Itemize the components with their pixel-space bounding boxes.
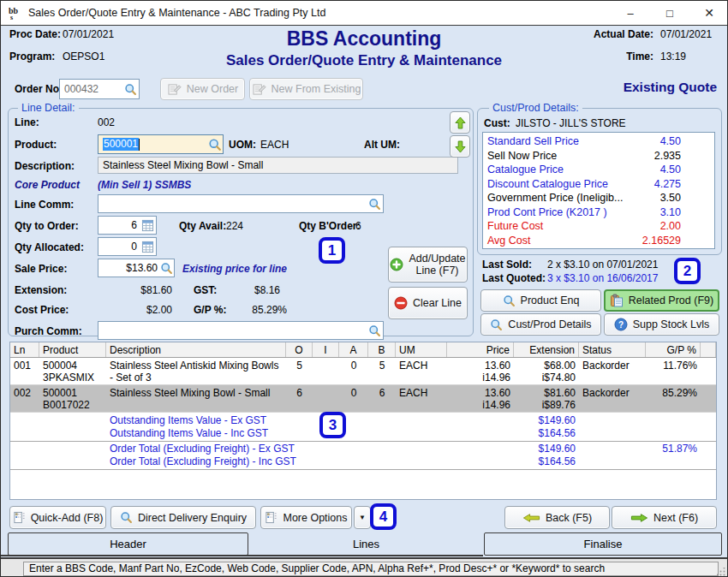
- summary-row: Order Total (Excluding Freight) - Ex GST…: [10, 443, 716, 455]
- qty-allocated-label: Qty Allocated:: [15, 241, 84, 253]
- back-arrow-icon: [522, 513, 540, 523]
- supp-stock-lvls-button[interactable]: ? Supp Stock Lvls: [604, 313, 719, 336]
- last-sold-label: Last Sold:: [482, 259, 532, 271]
- next-button[interactable]: Next (F6): [612, 506, 717, 529]
- line-value: 002: [98, 116, 115, 128]
- col-price[interactable]: Price: [447, 342, 514, 357]
- product-enq-button[interactable]: Product Enq: [480, 289, 601, 312]
- active-tab-underline: [1, 555, 483, 556]
- new-from-existing-button[interactable]: New From Existing: [249, 78, 363, 100]
- cost-price-value: $2.00: [112, 304, 172, 316]
- sale-price-search-icon[interactable]: [159, 259, 174, 277]
- summary-divider: [10, 469, 716, 470]
- add-update-label-2: Line (F7): [415, 265, 458, 277]
- col-i[interactable]: I: [313, 342, 339, 357]
- col-extension[interactable]: Extension: [514, 342, 579, 357]
- tab-lines[interactable]: Lines: [248, 532, 484, 556]
- col-product[interactable]: Product: [39, 342, 106, 357]
- product-label: Product:: [15, 139, 57, 151]
- col-a[interactable]: A: [339, 342, 368, 357]
- more-options-dropdown-button[interactable]: ▼: [354, 506, 371, 529]
- search-icon: [120, 511, 133, 524]
- close-icon[interactable]: ✕: [689, 1, 728, 25]
- direct-delivery-enquiry-button[interactable]: Direct Delivery Enquiry: [110, 506, 256, 529]
- qty-avail-label: Qty Avail:: [179, 220, 226, 232]
- related-prod-button[interactable]: Related Prod (F9): [604, 289, 719, 312]
- direct-delivery-enquiry-label: Direct Delivery Enquiry: [138, 512, 247, 524]
- line-comm-input[interactable]: [98, 194, 384, 213]
- qty-allocated-value: 0: [127, 241, 140, 253]
- annotation-badge-1: 1: [319, 237, 345, 264]
- qty-border-label: Qty B'Order:: [299, 220, 361, 232]
- col-um[interactable]: UM: [396, 342, 447, 357]
- line-down-button[interactable]: [450, 135, 470, 158]
- table-row-selected[interactable]: 002 500001B0017022 Stainless Steel Mixin…: [10, 385, 716, 413]
- text-caret: [139, 139, 140, 151]
- summary-row: Outstanding Items Value - Inc GST $164.5…: [10, 427, 716, 440]
- gp-label: G/P %:: [194, 304, 226, 316]
- list-item[interactable]: Avg Cost2.16529: [483, 234, 714, 248]
- clear-line-button[interactable]: Clear Line: [388, 287, 468, 319]
- qty-to-order-label: Qty to Order:: [15, 220, 79, 232]
- tab-finalise[interactable]: Finalise: [484, 532, 722, 556]
- line-comm-search-icon[interactable]: [367, 195, 383, 212]
- order-search-icon[interactable]: [122, 80, 139, 98]
- col-description[interactable]: Description: [106, 342, 286, 357]
- sale-price-input[interactable]: $13.60: [98, 259, 175, 277]
- list-item[interactable]: Prod Cont Price (K2017 )3.10: [483, 205, 714, 220]
- back-label: Back (F5): [546, 512, 592, 524]
- table-row[interactable]: 001 5000043PKASMIX Stainless Steel Antis…: [10, 358, 716, 385]
- list-item[interactable]: Catalogue Price4.50: [483, 163, 714, 177]
- add-update-line-button[interactable]: Add/UpdateLine (F7): [388, 247, 468, 283]
- gst-label: GST:: [194, 284, 217, 296]
- col-ln[interactable]: Ln: [10, 342, 39, 357]
- list-item[interactable]: Discount Catalogue Price4.275: [483, 177, 714, 192]
- qty-allocated-input[interactable]: 0: [98, 237, 157, 256]
- clear-line-label: Clear Line: [413, 297, 462, 309]
- line-up-button[interactable]: [450, 111, 470, 134]
- extension-label: Extension:: [15, 284, 67, 296]
- product-search-icon[interactable]: [206, 135, 223, 153]
- new-from-existing-label: New From Existing: [272, 83, 361, 95]
- qty-allocated-calculator-icon[interactable]: [140, 238, 156, 255]
- more-options-button[interactable]: More Options: [260, 506, 352, 529]
- col-b[interactable]: B: [368, 342, 396, 357]
- cust-prod-details-label: Cust/Prod Details: [508, 318, 591, 330]
- resize-grip[interactable]: [717, 568, 725, 576]
- qty-to-order-input[interactable]: 6: [98, 216, 157, 235]
- minimize-icon[interactable]: –: [611, 1, 650, 25]
- uom-value: EACH: [260, 139, 289, 151]
- new-order-button[interactable]: New Order: [160, 78, 245, 100]
- next-label: Next (F6): [653, 512, 698, 524]
- bbs-app-icon: bbs: [8, 5, 23, 21]
- tab-header[interactable]: Header: [8, 532, 248, 556]
- quick-add-label: Quick-Add (F8): [31, 512, 104, 524]
- line-detail-title: Line Detail:: [18, 102, 79, 114]
- line-comm-label: Line Comm:: [15, 199, 74, 211]
- actual-date-value: 07/01/2021: [660, 28, 712, 40]
- maximize-icon[interactable]: □: [650, 1, 689, 25]
- purch-comm-search-icon[interactable]: [367, 322, 383, 339]
- list-item[interactable]: Government Price (Ineligib...3.50: [483, 191, 714, 205]
- annotation-badge-3: 3: [319, 412, 346, 438]
- col-o[interactable]: O: [286, 342, 313, 357]
- cust-prod-title: Cust/Prod Details:: [489, 102, 582, 114]
- qty-border-value: 6: [355, 220, 361, 232]
- list-item[interactable]: Sell Now Price2.935: [483, 149, 714, 164]
- qty-to-order-calculator-icon[interactable]: [140, 217, 156, 234]
- list-item[interactable]: Standard Sell Price4.50: [483, 134, 714, 149]
- product-input[interactable]: 500001: [98, 134, 224, 154]
- purch-comm-input[interactable]: [98, 321, 384, 340]
- sale-price-value: $13.60: [122, 262, 159, 274]
- quick-add-button[interactable]: Quick-Add (F8): [9, 506, 106, 529]
- back-button[interactable]: Back (F5): [504, 506, 610, 529]
- cust-prod-details-button[interactable]: Cust/Prod Details: [480, 313, 601, 336]
- uom-label: UOM:: [229, 139, 256, 151]
- price-note: Existing price for line: [182, 263, 287, 275]
- price-listbox[interactable]: Standard Sell Price4.50 Sell Now Price2.…: [482, 132, 715, 249]
- cust-value: JILSTO - JILL'S STORE: [516, 117, 626, 129]
- list-item[interactable]: Future Cost2.00: [483, 219, 714, 234]
- col-status[interactable]: Status: [579, 342, 646, 357]
- order-no-field[interactable]: 000432: [59, 79, 140, 99]
- col-gp[interactable]: G/P %: [646, 342, 701, 357]
